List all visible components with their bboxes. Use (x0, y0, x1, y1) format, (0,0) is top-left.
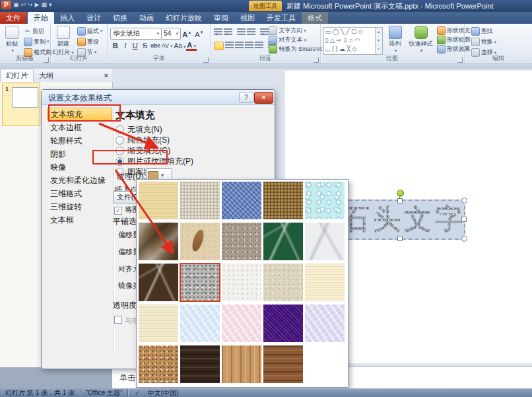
texture-swatch-粉色面巾纸[interactable] (222, 305, 261, 342)
drawing-dialog-launcher[interactable] (457, 57, 463, 63)
app-icon[interactable]: P (1, 1, 11, 9)
pane-close-icon[interactable]: × (104, 71, 108, 79)
slide-thumbnail[interactable] (12, 87, 38, 108)
align-text-button[interactable]: 对齐文本 (269, 36, 325, 44)
language-indicator[interactable]: 中文(中国) (143, 388, 184, 397)
fill-option-无填充(N)[interactable]: 无填充(N) (116, 124, 162, 135)
texture-swatch-纸莎草纸[interactable] (139, 182, 178, 219)
tab-开发工具[interactable]: 开发工具 (261, 12, 302, 24)
text-direction-button[interactable]: 文字方向 (269, 26, 325, 35)
resize-handle-e[interactable] (461, 217, 467, 222)
texture-swatch-胡桃[interactable] (180, 345, 220, 383)
font-color-button[interactable]: A (186, 41, 196, 51)
texture-swatch-纸袋[interactable] (139, 223, 178, 260)
texture-swatch-鱼类化石[interactable] (180, 223, 220, 260)
texture-swatch-画布[interactable] (180, 182, 220, 219)
dialog-nav-三维格式[interactable]: 三维格式 (47, 187, 112, 200)
increase-indent-button[interactable] (247, 28, 255, 36)
dialog-nav-文本框[interactable]: 文本框 (47, 213, 112, 227)
dialog-close-button[interactable]: × (254, 92, 273, 104)
font-family-combo[interactable]: 华文琥珀 (110, 28, 162, 40)
line-spacing-button[interactable] (260, 28, 269, 36)
fill-option-纯色填充(S)[interactable]: 纯色填充(S) (116, 135, 170, 146)
texture-swatch-新闻纸[interactable] (222, 264, 261, 301)
resize-handle-s[interactable] (397, 236, 403, 241)
dialog-nav-三维旋转[interactable]: 三维旋转 (47, 200, 112, 213)
italic-button[interactable]: I (120, 41, 130, 51)
quick-styles-button[interactable]: 快速样式 (407, 26, 436, 54)
texture-swatch-花岗岩[interactable] (180, 264, 220, 301)
radio-icon[interactable] (116, 157, 124, 166)
paste-button[interactable]: 粘贴 (1, 26, 23, 54)
dialog-nav-轮廓样式[interactable]: 轮廓样式 (47, 134, 112, 147)
replace-button[interactable]: 替换 (471, 38, 497, 46)
resize-handle-se[interactable] (461, 236, 467, 242)
texture-swatch-棕色大理石[interactable] (139, 264, 178, 301)
justify-button[interactable] (245, 42, 253, 49)
strikethrough-button[interactable]: S (140, 41, 150, 51)
resize-handle-ne[interactable] (461, 198, 467, 203)
resize-handle-n[interactable] (397, 198, 403, 203)
texture-swatch-绿色大理石[interactable] (263, 223, 303, 260)
align-center-button[interactable] (225, 42, 234, 49)
clipboard-dialog-launcher[interactable] (44, 57, 49, 63)
radio-icon[interactable] (116, 136, 124, 145)
texture-swatch-水滴[interactable] (305, 182, 345, 219)
tab-slides-pane[interactable]: 幻灯片 (0, 69, 34, 82)
texture-swatch-empty[interactable] (305, 345, 345, 383)
shadow-button[interactable]: abc (150, 41, 161, 51)
numbering-button[interactable] (224, 28, 232, 36)
dialog-nav-文本边框[interactable]: 文本边框 (47, 121, 112, 134)
texture-swatch-沙滩[interactable] (222, 223, 261, 260)
tab-动画[interactable]: 动画 (133, 12, 160, 24)
shapes-scrollbar[interactable]: ▴ ▾ ▿ (375, 27, 383, 55)
tab-插入[interactable]: 插入 (54, 12, 81, 24)
new-slide-button[interactable]: 新建 幻灯片 (52, 26, 75, 57)
arrange-button[interactable]: 排列 (384, 26, 407, 54)
grid-icon[interactable]: ▦ (42, 1, 48, 9)
copy-button[interactable]: 复制 (24, 37, 51, 46)
change-case-button[interactable]: Aa (174, 41, 187, 51)
texture-swatch-栎木[interactable] (222, 345, 261, 383)
decrease-indent-button[interactable] (237, 28, 246, 36)
texture-swatch-花束[interactable] (305, 305, 345, 342)
shapes-gallery[interactable]: ▭ ◯ ╲ ╱ ☐ ◇ ▯ △ ⇨ ⇩ ○ ◠ ◡ { } ☁ ╳ ◇ (323, 27, 378, 55)
reset-button[interactable]: 重设 (77, 37, 103, 46)
texture-swatch-信纸[interactable] (139, 305, 178, 342)
font-size-combo[interactable]: 54 (161, 28, 181, 40)
align-left-button[interactable] (214, 42, 224, 50)
texture-swatch-斜纹布[interactable] (222, 182, 261, 219)
save-icon[interactable]: ▣ (13, 1, 19, 9)
texture-swatch-软木塞[interactable] (139, 345, 178, 383)
bullets-button[interactable] (214, 28, 222, 36)
underline-button[interactable]: U (130, 41, 140, 51)
texture-swatch-白色大理石[interactable] (305, 223, 345, 260)
slideshow-icon[interactable]: ▶ (35, 1, 40, 9)
radio-icon[interactable] (116, 126, 124, 134)
dialog-help-button[interactable]: ? (239, 92, 253, 103)
tab-设计[interactable]: 设计 (81, 12, 107, 24)
dialog-nav-阴影[interactable]: 阴影 (47, 147, 112, 161)
undo-icon[interactable]: ↩ (21, 1, 26, 9)
find-button[interactable]: 查找 (471, 27, 497, 36)
tab-outline-pane[interactable]: 大纲 (34, 69, 59, 82)
font-dialog-launcher[interactable] (203, 57, 209, 63)
redo-icon[interactable]: ↪ (28, 1, 33, 9)
texture-swatch-深色木质[interactable] (263, 345, 303, 383)
grow-font-button[interactable]: A▲ (182, 28, 192, 38)
slide-thumbnail-selection[interactable]: 1 (2, 83, 40, 126)
fill-option-渐变填充(G)[interactable]: 渐变填充(G) (116, 145, 170, 157)
tab-审阅[interactable]: 审阅 (208, 12, 234, 24)
tab-视图[interactable]: 视图 (234, 12, 261, 24)
tab-幻灯片放映[interactable]: 幻灯片放映 (160, 12, 208, 24)
texture-swatch-编织物[interactable] (263, 182, 303, 219)
layout-button[interactable]: 版式 (77, 26, 103, 36)
dialog-title-bar[interactable]: 设置文本效果格式 ? × (42, 90, 275, 105)
slide-textbox[interactable]: 石头文字 (335, 199, 465, 240)
character-spacing-button[interactable]: AV (161, 41, 174, 51)
paragraph-dialog-launcher[interactable] (314, 57, 319, 63)
spell-check-icon[interactable]: ✓ (128, 390, 143, 396)
fill-option-图片或纹理填充(P)[interactable]: 图片或纹理填充(P) (116, 156, 193, 167)
texture-swatch-再生纸[interactable] (263, 264, 303, 301)
convert-smartart-button[interactable]: 转换为 SmartArt (269, 45, 325, 54)
